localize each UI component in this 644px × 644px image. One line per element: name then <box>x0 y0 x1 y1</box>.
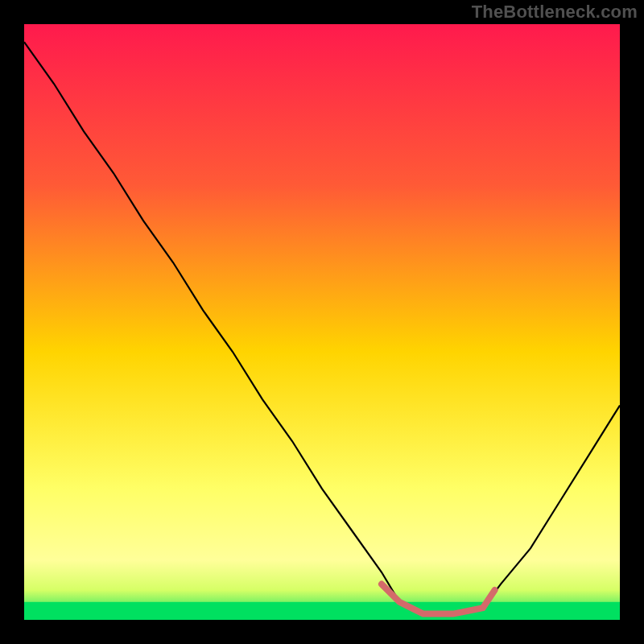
gradient-background <box>24 24 620 620</box>
watermark-text: TheBottleneck.com <box>472 2 638 23</box>
chart-svg <box>24 24 620 620</box>
green-band <box>24 602 620 620</box>
chart-container: TheBottleneck.com <box>0 0 644 644</box>
plot-area <box>24 24 620 620</box>
